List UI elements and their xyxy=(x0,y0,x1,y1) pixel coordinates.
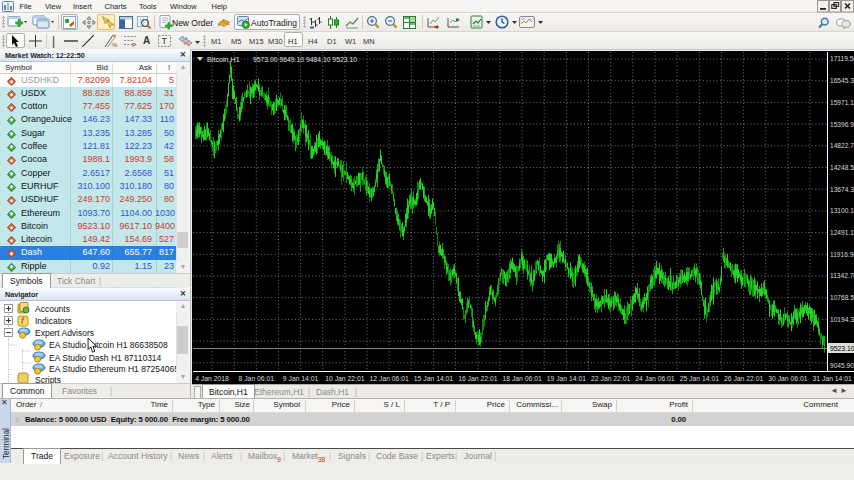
svg-text:17119.50: 17119.50 xyxy=(830,55,854,62)
svg-text:Bitcoin,H1: Bitcoin,H1 xyxy=(207,55,240,64)
svg-text:15971.10: 15971.10 xyxy=(830,99,854,106)
svg-text:9523.10: 9523.10 xyxy=(830,345,854,352)
svg-text:13100.10: 13100.10 xyxy=(830,207,854,214)
svg-text:11342.70: 11342.70 xyxy=(830,272,854,279)
svg-text:10194.30: 10194.30 xyxy=(830,316,854,323)
svg-text:12491.10: 12491.10 xyxy=(830,229,854,236)
svg-text:12 Jan 06:01: 12 Jan 06:01 xyxy=(370,375,410,382)
svg-text:4 Jan 2018: 4 Jan 2018 xyxy=(195,375,229,382)
svg-text:Terminal: Terminal xyxy=(2,428,11,459)
svg-text:18 Jan 06:01: 18 Jan 06:01 xyxy=(502,375,542,382)
svg-text:24 Jan 06:01: 24 Jan 06:01 xyxy=(635,375,675,382)
svg-text:26 Jan 22:01: 26 Jan 22:01 xyxy=(724,375,764,382)
svg-text:16 Jan 22:01: 16 Jan 22:01 xyxy=(458,375,498,382)
svg-text:25 Jan 14:01: 25 Jan 14:01 xyxy=(680,375,720,382)
svg-text:13674.30: 13674.30 xyxy=(830,186,854,193)
svg-text:15 Jan 14:01: 15 Jan 14:01 xyxy=(414,375,454,382)
svg-text:14822.70: 14822.70 xyxy=(830,142,854,149)
svg-text:16545.30: 16545.30 xyxy=(830,77,854,84)
svg-text:14248.50: 14248.50 xyxy=(830,164,854,171)
svg-text:9 Jan 14:01: 9 Jan 14:01 xyxy=(283,375,319,382)
svg-text:15396.90: 15396.90 xyxy=(830,121,854,128)
svg-text:31 Jan 14:01: 31 Jan 14:01 xyxy=(813,375,853,382)
svg-text:30 Jan 06:01: 30 Jan 06:01 xyxy=(768,375,808,382)
svg-text:10768.50: 10768.50 xyxy=(830,294,854,301)
svg-text:9573.00 9649.10 9484.10 9523.1: 9573.00 9649.10 9484.10 9523.10 xyxy=(253,56,357,63)
svg-text:19 Jan 14:01: 19 Jan 14:01 xyxy=(547,375,587,382)
svg-text:22 Jan 22:01: 22 Jan 22:01 xyxy=(591,375,631,382)
svg-text:8 Jan 06:01: 8 Jan 06:01 xyxy=(239,375,275,382)
svg-text:11916.90: 11916.90 xyxy=(830,251,854,258)
svg-text:10 Jan 22:01: 10 Jan 22:01 xyxy=(325,375,365,382)
svg-text:9045.90: 9045.90 xyxy=(830,362,854,369)
